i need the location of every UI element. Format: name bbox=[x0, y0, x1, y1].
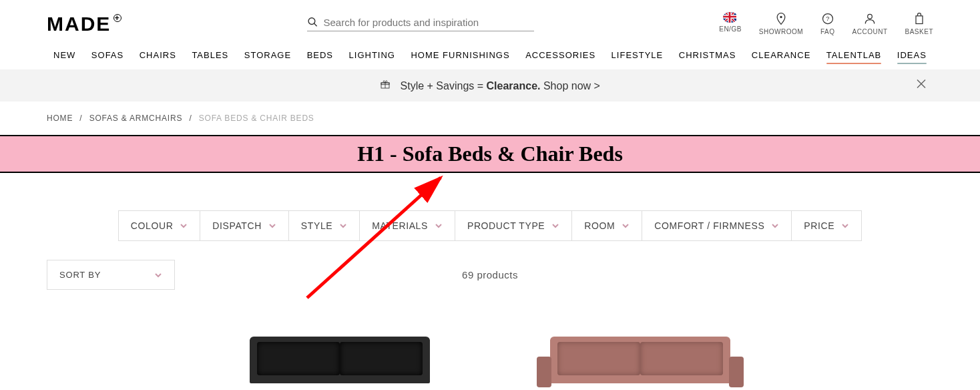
help-icon: ? bbox=[821, 12, 834, 25]
svg-point-3 bbox=[780, 16, 782, 18]
header-top: MADE + EN/GB SHOWROOM ? FAQ bbox=[0, 0, 980, 39]
product-card[interactable] bbox=[250, 337, 430, 390]
filter-bar: COLOUR DISPATCH STYLE MATERIALS PRODUCT … bbox=[0, 210, 980, 241]
chevron-down-icon bbox=[771, 222, 779, 230]
chevron-down-icon bbox=[268, 222, 276, 230]
breadcrumb-sep: / bbox=[189, 114, 192, 123]
nav-tables[interactable]: TABLES bbox=[192, 50, 228, 60]
nav-lifestyle[interactable]: LIFESTYLE bbox=[611, 50, 664, 60]
svg-text:?: ? bbox=[826, 15, 830, 22]
sort-dropdown[interactable]: SORT BY bbox=[47, 260, 175, 290]
chevron-down-icon bbox=[622, 222, 630, 230]
product-count: 69 products bbox=[462, 269, 518, 280]
filter-dispatch[interactable]: DISPATCH bbox=[200, 210, 289, 241]
basket-label: BASKET bbox=[905, 28, 933, 35]
breadcrumb: HOME / SOFAS & ARMCHAIRS / SOFA BEDS & C… bbox=[0, 102, 980, 135]
main-nav: NEW SOFAS CHAIRS TABLES STORAGE BEDS LIG… bbox=[0, 39, 980, 69]
filter-label: PRICE bbox=[804, 220, 834, 231]
filter-label: COMFORT / FIRMNESS bbox=[654, 220, 764, 231]
sort-label: SORT BY bbox=[59, 270, 101, 280]
chevron-down-icon bbox=[841, 222, 849, 230]
product-grid bbox=[0, 337, 980, 390]
nav-talentlab[interactable]: TALENTLAB bbox=[826, 50, 881, 60]
chevron-down-icon bbox=[180, 222, 188, 230]
search-wrap bbox=[121, 16, 719, 31]
chevron-down-icon bbox=[154, 271, 162, 279]
logo[interactable]: MADE + bbox=[47, 13, 121, 35]
svg-point-6 bbox=[868, 14, 873, 19]
faq-link[interactable]: ? FAQ bbox=[820, 12, 835, 35]
search-input[interactable] bbox=[323, 17, 533, 28]
filter-comfort[interactable]: COMFORT / FIRMNESS bbox=[642, 210, 792, 241]
filter-style[interactable]: STYLE bbox=[288, 210, 360, 241]
product-card[interactable] bbox=[550, 337, 730, 390]
filter-label: STYLE bbox=[301, 220, 332, 231]
breadcrumb-sofas-armchairs[interactable]: SOFAS & ARMCHAIRS bbox=[89, 114, 183, 123]
search-box[interactable] bbox=[307, 16, 534, 31]
list-controls: SORT BY 69 products bbox=[0, 241, 980, 290]
search-icon bbox=[307, 16, 318, 28]
close-icon bbox=[916, 79, 927, 89]
showroom-link[interactable]: SHOWROOM bbox=[759, 12, 803, 35]
nav-clearance[interactable]: CLEARANCE bbox=[752, 50, 810, 60]
product-image-part bbox=[537, 357, 551, 387]
nav-christmas[interactable]: CHRISTMAS bbox=[679, 50, 736, 60]
filter-label: DISPATCH bbox=[212, 220, 262, 231]
faq-label: FAQ bbox=[820, 28, 835, 35]
filter-label: COLOUR bbox=[131, 220, 174, 231]
basket-icon bbox=[913, 12, 926, 25]
promo-bold: Clearance. bbox=[487, 80, 541, 91]
filter-label: PRODUCT TYPE bbox=[467, 220, 545, 231]
chevron-down-icon bbox=[551, 222, 559, 230]
nav-ideas[interactable]: IDEAS bbox=[897, 50, 927, 60]
page-title: H1 - Sofa Beds & Chair Beds bbox=[0, 142, 980, 166]
pin-icon bbox=[774, 12, 788, 25]
product-image bbox=[550, 337, 730, 383]
breadcrumb-home[interactable]: HOME bbox=[47, 114, 73, 123]
nav-home-furnishings[interactable]: HOME FURNISHINGS bbox=[411, 50, 509, 60]
svg-rect-7 bbox=[916, 16, 923, 24]
filter-materials[interactable]: MATERIALS bbox=[359, 210, 455, 241]
h1-annotation-banner: H1 - Sofa Beds & Chair Beds bbox=[0, 135, 980, 173]
breadcrumb-sep: / bbox=[79, 114, 82, 123]
utility-nav: EN/GB SHOWROOM ? FAQ ACCOUNT BASKET bbox=[719, 12, 933, 35]
filter-room[interactable]: ROOM bbox=[571, 210, 642, 241]
filter-product-type[interactable]: PRODUCT TYPE bbox=[455, 210, 572, 241]
locale-selector[interactable]: EN/GB bbox=[719, 12, 742, 33]
locale-label: EN/GB bbox=[719, 25, 742, 33]
breadcrumb-current: SOFA BEDS & CHAIR BEDS bbox=[199, 114, 314, 123]
showroom-label: SHOWROOM bbox=[759, 28, 803, 35]
logo-plus-icon: + bbox=[113, 14, 121, 22]
nav-storage[interactable]: STORAGE bbox=[244, 50, 291, 60]
nav-chairs[interactable]: CHAIRS bbox=[140, 50, 176, 60]
filter-label: MATERIALS bbox=[372, 220, 428, 231]
chevron-down-icon bbox=[435, 222, 443, 230]
product-image-part bbox=[729, 357, 744, 387]
basket-link[interactable]: BASKET bbox=[905, 12, 933, 35]
filter-label: ROOM bbox=[584, 220, 615, 231]
chevron-down-icon bbox=[339, 222, 347, 230]
svg-line-1 bbox=[314, 23, 316, 26]
product-image bbox=[250, 337, 430, 383]
gift-icon bbox=[380, 80, 393, 91]
promo-text-after: Shop now > bbox=[540, 80, 599, 91]
nav-new[interactable]: NEW bbox=[53, 50, 75, 60]
logo-text: MADE bbox=[47, 13, 111, 35]
nav-accessories[interactable]: ACCESSORIES bbox=[525, 50, 595, 60]
account-label: ACCOUNT bbox=[852, 28, 888, 35]
account-icon bbox=[863, 12, 877, 25]
nav-beds[interactable]: BEDS bbox=[307, 50, 333, 60]
account-link[interactable]: ACCOUNT bbox=[852, 12, 888, 35]
nav-lighting[interactable]: LIGHTING bbox=[349, 50, 395, 60]
filter-colour[interactable]: COLOUR bbox=[118, 210, 201, 241]
uk-flag-icon bbox=[723, 12, 738, 23]
filter-price[interactable]: PRICE bbox=[791, 210, 862, 241]
nav-sofas[interactable]: SOFAS bbox=[91, 50, 124, 60]
promo-text-before: Style + Savings = bbox=[401, 80, 487, 91]
promo-close-button[interactable] bbox=[916, 79, 927, 93]
svg-point-0 bbox=[308, 18, 315, 25]
promo-bar[interactable]: Style + Savings = Clearance. Shop now > bbox=[0, 69, 980, 102]
